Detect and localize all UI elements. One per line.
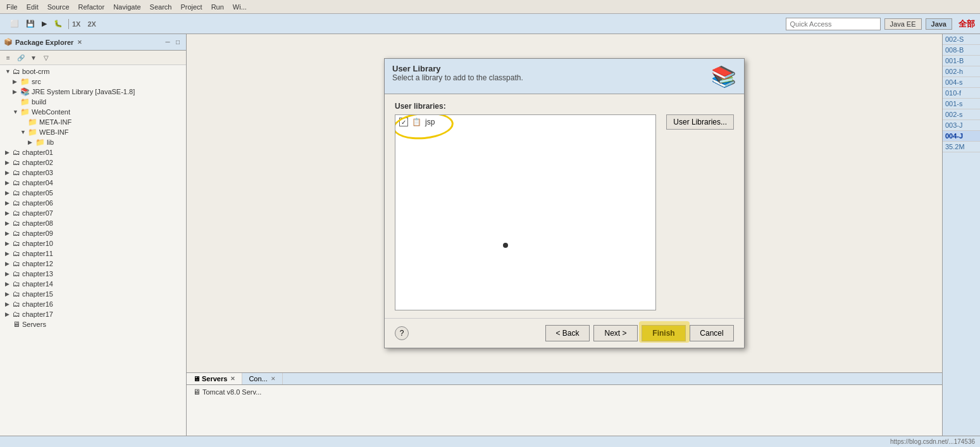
toggle-chapter14[interactable]: ▶: [5, 281, 13, 287]
ch12-icon: 🗂: [13, 259, 20, 268]
jsp-highlight: ✓ 📋 jsp: [399, 118, 435, 126]
toggle-chapter09[interactable]: ▶: [5, 230, 13, 236]
debug-btn[interactable]: 🐛: [51, 18, 65, 29]
java-ee-perspective[interactable]: Java EE: [884, 18, 922, 30]
right-item-352m[interactable]: 35.2M: [943, 142, 980, 152]
back-button[interactable]: < Back: [545, 325, 590, 341]
menu-bar: File Edit Source Refactor Navigate Searc…: [0, 0, 980, 14]
toggle-lib[interactable]: ▶: [28, 139, 35, 145]
tree-item-chapter05[interactable]: ▶ 🗂 chapter05: [0, 188, 186, 198]
tab-servers[interactable]: 🖥 Servers ✕: [187, 373, 242, 384]
tree-item-chapter02[interactable]: ▶ 🗂 chapter02: [0, 157, 186, 168]
help-button[interactable]: ?: [395, 326, 409, 340]
toggle-chapter04[interactable]: ▶: [5, 180, 13, 186]
new-btn[interactable]: ⬜: [8, 18, 22, 29]
toggle-chapter06[interactable]: ▶: [5, 200, 13, 206]
tree-item-metainf[interactable]: 📁 META-INF: [0, 117, 186, 127]
tree-item-chapter14[interactable]: ▶ 🗂 chapter14: [0, 279, 186, 289]
menu-search[interactable]: Search: [146, 2, 176, 12]
tree-item-chapter13[interactable]: ▶ 🗂 chapter13: [0, 269, 186, 279]
tree-item-lib[interactable]: ▶ 📁 lib: [0, 137, 186, 147]
right-item-004s[interactable]: 004-s: [943, 77, 980, 88]
tree-item-webinf[interactable]: ▼ 📁 WEB-INF: [0, 127, 186, 137]
toggle-webcontent[interactable]: ▼: [13, 109, 20, 115]
view-menu-btn[interactable]: ▼: [28, 52, 39, 63]
link-btn[interactable]: 🔗: [15, 52, 27, 63]
toggle-chapter16[interactable]: ▶: [5, 301, 13, 307]
right-item-008b[interactable]: 008-B: [943, 45, 980, 56]
library-list-box[interactable]: ✓ 📋 jsp: [395, 114, 656, 310]
servers-tab-close[interactable]: ✕: [230, 376, 235, 382]
toggle-chapter03[interactable]: ▶: [5, 169, 13, 176]
menu-file[interactable]: File: [3, 2, 22, 12]
tree-item-chapter03[interactable]: ▶ 🗂 chapter03: [0, 168, 186, 178]
java-perspective[interactable]: Java: [926, 18, 952, 30]
tree-item-servers[interactable]: 🖥 Servers: [0, 319, 186, 329]
tree-item-chapter09[interactable]: ▶ 🗂 chapter09: [0, 228, 186, 238]
right-item-001b[interactable]: 001-B: [943, 56, 980, 66]
right-item-002h[interactable]: 002-h: [943, 66, 980, 77]
toggle-chapter11[interactable]: ▶: [5, 250, 13, 257]
console-tab-close[interactable]: ✕: [271, 376, 276, 382]
menu-run[interactable]: Run: [208, 2, 228, 12]
tree-item-webcontent[interactable]: ▼ 📁 WebContent: [0, 107, 186, 117]
menu-edit[interactable]: Edit: [23, 2, 42, 12]
tree-item-build[interactable]: 📁 build: [0, 97, 186, 107]
right-item-003j[interactable]: 003-J: [943, 120, 980, 131]
tree-item-chapter12[interactable]: ▶ 🗂 chapter12: [0, 259, 186, 269]
right-item-010f[interactable]: 010-f: [943, 88, 980, 99]
tree-item-chapter16[interactable]: ▶ 🗂 chapter16: [0, 299, 186, 309]
tree-item-src[interactable]: ▶ 📁 src: [0, 77, 186, 87]
maximize-btn[interactable]: □: [173, 38, 182, 47]
minimize-btn[interactable]: ─: [163, 38, 172, 47]
toggle-boot-crm[interactable]: ▼: [5, 68, 13, 75]
tree-item-chapter01[interactable]: ▶ 🗂 chapter01: [0, 147, 186, 157]
toggle-chapter12[interactable]: ▶: [5, 260, 13, 267]
right-item-002s[interactable]: 002-S: [943, 34, 980, 45]
tree-item-chapter08[interactable]: ▶ 🗂 chapter08: [0, 218, 186, 228]
toggle-src[interactable]: ▶: [13, 78, 20, 85]
tree-item-chapter17[interactable]: ▶ 🗂 chapter17: [0, 309, 186, 319]
tomcat-server-item[interactable]: 🖥 Tomcat v8.0 Serv...: [190, 387, 938, 397]
right-item-004j[interactable]: 004-J: [943, 131, 980, 142]
toggle-chapter07[interactable]: ▶: [5, 210, 13, 216]
tree-item-chapter06[interactable]: ▶ 🗂 chapter06: [0, 198, 186, 208]
menu-refactor[interactable]: Refactor: [75, 2, 109, 12]
save-btn[interactable]: 💾: [23, 18, 37, 29]
toggle-chapter10[interactable]: ▶: [5, 240, 13, 247]
tree-item-chapter15[interactable]: ▶ 🗂 chapter15: [0, 289, 186, 299]
menu-source[interactable]: Source: [44, 2, 73, 12]
collapse-all-btn[interactable]: ≡: [3, 52, 14, 63]
quick-access-input[interactable]: [786, 18, 881, 30]
right-item-001s[interactable]: 001-s: [943, 99, 980, 109]
user-libraries-button[interactable]: User Libraries...: [666, 114, 734, 130]
tree-item-chapter07[interactable]: ▶ 🗂 chapter07: [0, 208, 186, 218]
library-list-item-jsp[interactable]: ✓ 📋 jsp: [395, 115, 655, 129]
toggle-chapter17[interactable]: ▶: [5, 311, 13, 317]
menu-navigate[interactable]: Navigate: [109, 2, 144, 12]
cancel-button[interactable]: Cancel: [690, 325, 734, 341]
toggle-chapter01[interactable]: ▶: [5, 149, 13, 156]
tab-console[interactable]: Con... ✕: [242, 373, 282, 384]
next-button[interactable]: Next >: [593, 325, 638, 341]
toggle-chapter02[interactable]: ▶: [5, 159, 13, 166]
toggle-webinf[interactable]: ▼: [20, 129, 28, 135]
tree-item-chapter04[interactable]: ▶ 🗂 chapter04: [0, 178, 186, 188]
dialog-library-icon: 📚: [711, 64, 736, 89]
jsp-checkbox[interactable]: ✓: [399, 118, 408, 126]
filter-btn[interactable]: ▽: [40, 52, 52, 63]
right-item-002s2[interactable]: 002-s: [943, 109, 980, 120]
toggle-chapter13[interactable]: ▶: [5, 271, 13, 277]
toggle-chapter15[interactable]: ▶: [5, 291, 13, 297]
tree-item-jre[interactable]: ▶ 📚 JRE System Library [JavaSE-1.8]: [0, 87, 186, 97]
toggle-jre[interactable]: ▶: [13, 89, 20, 95]
tree-item-chapter10[interactable]: ▶ 🗂 chapter10: [0, 238, 186, 248]
finish-button[interactable]: Finish: [642, 325, 686, 341]
toggle-chapter08[interactable]: ▶: [5, 220, 13, 226]
menu-window[interactable]: Wi...: [229, 2, 251, 12]
tree-item-boot-crm[interactable]: ▼ 🗂 boot-crm: [0, 66, 186, 77]
tree-item-chapter11[interactable]: ▶ 🗂 chapter11: [0, 248, 186, 259]
run-btn[interactable]: ▶: [39, 18, 49, 29]
toggle-chapter05[interactable]: ▶: [5, 190, 13, 196]
menu-project[interactable]: Project: [177, 2, 206, 12]
